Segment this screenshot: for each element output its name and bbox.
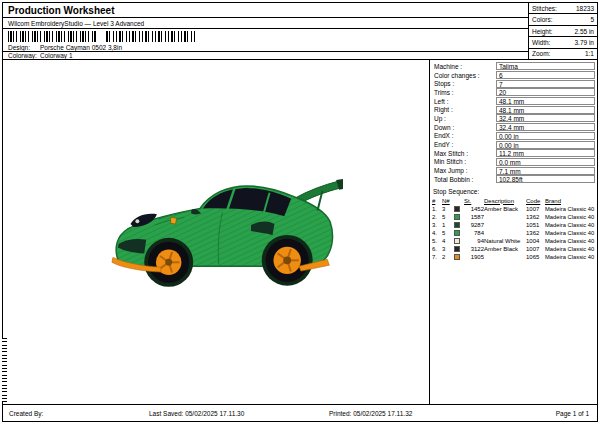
worksheet-page: Production Worksheet Wilcom EmbroiderySt… [2, 2, 598, 422]
stop-sequence-row: 3. 1 9287 1051 Madeira Classic 40 [432, 221, 595, 229]
thread-color-swatch [454, 238, 460, 244]
machine-info-label: Right : [432, 106, 496, 113]
stop-sequence-row: 5. 4 94 Natural White 1004 Madeira Class… [432, 237, 595, 245]
thread-code: 1007 [526, 205, 545, 213]
thread-code: 1004 [526, 237, 545, 245]
swatch-cell [454, 245, 464, 253]
summary-value: 3.79 in [574, 39, 594, 46]
stitch-count: 1905 [464, 253, 484, 261]
thread-code: 1007 [526, 245, 545, 253]
machine-info-row: Machine :Tajima [432, 62, 595, 71]
needle-num: 5 [442, 229, 454, 237]
needle-num: 4 [442, 237, 454, 245]
machine-info-row: Min Stitch :0.0 mm [432, 158, 595, 167]
stop-num: 4. [432, 229, 442, 237]
summary-value: 5 [590, 16, 594, 23]
design-value: Porsche Cayman 0502 3,8in [40, 44, 122, 51]
summary-row-height: Height: 2.55 in [529, 26, 597, 37]
stop-sequence-row: 1. 3 1452 Amber Black 1007 Madeira Class… [432, 205, 595, 213]
col-header-num: # [432, 197, 442, 205]
thread-description: Natural White [484, 237, 526, 245]
thread-brand: Madeira Classic 40 [545, 253, 595, 261]
page-number: Page 1 of 1 [556, 410, 589, 417]
stop-sequence-row: 2. 5 1587 1362 Madeira Classic 40 [432, 213, 595, 221]
summary-label: Colors: [532, 16, 553, 23]
machine-info-row: EndY :0.00 in [432, 140, 595, 149]
machine-info-label: Left : [432, 98, 496, 105]
thread-description [484, 253, 526, 261]
machine-info-row: Up :32.4 mm [432, 114, 595, 123]
summary-value: 2.55 in [574, 28, 594, 35]
stop-num: 7. [432, 253, 442, 261]
machine-info-label: EndX : [432, 132, 496, 139]
thread-color-swatch [454, 254, 460, 260]
thread-color-swatch [454, 206, 460, 212]
machine-info-value: 0.00 in [496, 132, 595, 140]
stop-num: 3. [432, 221, 442, 229]
thread-description: Amber Black [484, 245, 526, 253]
machine-info-row: Stops :7 [432, 79, 595, 88]
machine-info-row: Max Stitch :11.2 mm [432, 149, 595, 158]
stitch-count: 3122 [464, 245, 484, 253]
design-canvas [3, 60, 429, 404]
machine-info-value: 7 [496, 80, 595, 88]
machine-info-row: Trims :20 [432, 88, 595, 97]
thread-color-swatch [454, 214, 460, 220]
stop-sequence-table: # N# St. Description Code Brand 1. 3 1 [432, 197, 595, 261]
stop-num: 2. [432, 213, 442, 221]
printed-text: Printed: 05/02/2025 17.11.32 [329, 410, 412, 417]
stitch-count: 94 [464, 237, 484, 245]
swatch-cell [454, 229, 464, 237]
hood-crest [171, 217, 177, 224]
machine-info-value: 6 [496, 71, 595, 79]
machine-info-value: 102.85ft [496, 175, 595, 183]
summary-row-colors: Colors: 5 [529, 14, 597, 25]
needle-num: 3 [442, 205, 454, 213]
stitch-count: 1587 [464, 213, 484, 221]
summary-row-zoom: Zoom: 1:1 [529, 49, 597, 59]
machine-info-label: Min Stitch : [432, 158, 496, 165]
stop-sequence-header-row: # N# St. Description Code Brand [432, 197, 595, 205]
machine-info-value: 7.1 mm [496, 167, 595, 175]
colorway-value: Colorway 1 [40, 52, 73, 59]
design-barcode-2 [106, 31, 196, 42]
worksheet-main: Machine :Tajima Color changes :6 Stops :… [3, 60, 597, 404]
stop-num: 5. [432, 237, 442, 245]
page-title: Production Worksheet [3, 3, 528, 18]
stitch-count: 1452 [464, 205, 484, 213]
colorway-row: Colorway: Colorway 1 [3, 52, 528, 59]
thread-brand: Madeira Classic 40 [545, 237, 595, 245]
machine-info-label: Up : [432, 115, 496, 122]
summary-row-width: Width: 3.79 in [529, 37, 597, 48]
stitch-count: 9287 [464, 221, 484, 229]
machine-info-value: 48.1 mm [496, 106, 595, 114]
design-barcode [8, 31, 96, 42]
front-wheel [148, 242, 189, 283]
thread-color-swatch [454, 230, 460, 236]
thread-brand: Madeira Classic 40 [545, 245, 595, 253]
swatch-cell [454, 253, 464, 261]
worksheet-footer: Created By: Last Saved: 05/02/2025 17.11… [3, 404, 597, 421]
col-header-needle: N# [442, 197, 454, 205]
needle-num: 3 [442, 245, 454, 253]
machine-info-panel: Machine :Tajima Color changes :6 Stops :… [429, 60, 597, 404]
machine-info-value: 0.00 in [496, 141, 595, 149]
summary-value: 18233 [576, 5, 594, 12]
summary-row-stitches: Stitches: 18233 [529, 3, 597, 14]
swatch-cell [454, 237, 464, 245]
machine-info-value: 20 [496, 88, 595, 96]
rear-wheel [266, 239, 309, 282]
machine-info-value: 32.4 mm [496, 114, 595, 122]
stitch-count: 784 [464, 229, 484, 237]
stop-sequence-row: 6. 3 3122 Amber Black 1007 Madeira Class… [432, 245, 595, 253]
machine-info-value: Tajima [496, 62, 595, 70]
design-label: Design: [8, 44, 40, 51]
machine-info-row: Color changes :6 [432, 71, 595, 80]
summary-value: 1:1 [585, 50, 594, 57]
design-row: Design: Porsche Cayman 0502 3,8in [3, 43, 528, 52]
created-by-label: Created By: [9, 410, 43, 417]
machine-info-value: 11.2 mm [496, 149, 595, 157]
machine-info-row: EndX :0.00 in [432, 132, 595, 141]
stop-sequence-row: 7. 2 1905 1065 Madeira Classic 40 [432, 253, 595, 261]
stop-sequence-title: Stop Sequence: [432, 188, 595, 197]
